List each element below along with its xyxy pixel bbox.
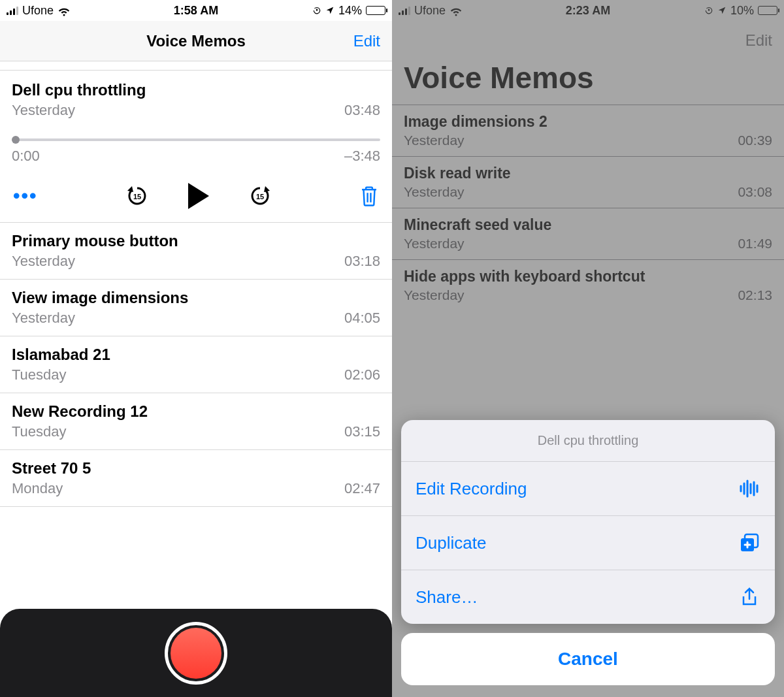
svg-text:15: 15: [133, 193, 141, 201]
memo-duration: 03:15: [344, 423, 380, 440]
duplicate-button[interactable]: Duplicate: [401, 516, 775, 570]
delete-button[interactable]: [359, 185, 379, 207]
record-button[interactable]: [165, 622, 227, 685]
skip-back-15-icon[interactable]: 15: [125, 184, 149, 208]
memo-duration: 03:48: [344, 102, 380, 119]
list-item[interactable]: Islamabad 21 Tuesday02:06: [0, 336, 392, 393]
share-icon: [738, 586, 760, 608]
sheet-item-label: Edit Recording: [416, 479, 527, 499]
memo-title: Street 70 5: [12, 459, 380, 478]
duplicate-icon: [738, 532, 760, 554]
phone-right: Ufone 2:23 AM 10% Edit Voice Memos Image…: [392, 0, 784, 697]
scrubber-handle[interactable]: [12, 136, 20, 144]
memo-title: Islamabad 21: [12, 346, 380, 364]
sheet-item-label: Duplicate: [416, 533, 486, 553]
memo-list: Dell cpu throttling Yesterday 03:48 0:00…: [0, 61, 392, 507]
list-item[interactable]: New Recording 12 Tuesday03:15: [0, 393, 392, 450]
memo-title: Primary mouse button: [12, 232, 380, 250]
battery-icon: [366, 6, 385, 15]
edit-button[interactable]: Edit: [353, 32, 380, 50]
svg-text:15: 15: [256, 193, 264, 201]
more-options-button[interactable]: •••: [13, 185, 38, 207]
list-item[interactable]: [0, 61, 392, 71]
memo-date: Tuesday: [12, 423, 67, 440]
sheet-title: Dell cpu throttling: [401, 420, 775, 462]
memo-title: New Recording 12: [12, 402, 380, 421]
cancel-label: Cancel: [558, 649, 618, 669]
skip-forward-15-icon[interactable]: 15: [248, 184, 272, 208]
status-time: 1:58 AM: [0, 4, 392, 18]
remaining-time: –3:48: [344, 148, 380, 165]
nav-bar: Voice Memos Edit: [0, 21, 392, 61]
phone-left: Ufone 1:58 AM 14% Voice Memos Edit Dell …: [0, 0, 392, 697]
expanded-memo: Dell cpu throttling Yesterday 03:48 0:00…: [0, 71, 392, 223]
play-button[interactable]: [188, 183, 209, 209]
list-item[interactable]: Primary mouse button Yesterday03:18: [0, 223, 392, 280]
memo-duration: 03:18: [344, 253, 380, 270]
sheet-item-label: Share…: [416, 587, 478, 608]
cancel-button[interactable]: Cancel: [401, 633, 775, 685]
page-title: Voice Memos: [146, 32, 246, 50]
memo-date: Yesterday: [12, 102, 75, 119]
elapsed-time: 0:00: [12, 148, 40, 165]
status-bar: Ufone 1:58 AM 14%: [0, 0, 392, 21]
memo-title: View image dimensions: [12, 289, 380, 307]
memo-date: Tuesday: [12, 366, 67, 383]
waveform-icon: [738, 478, 760, 500]
list-item[interactable]: Street 70 5 Monday02:47: [0, 450, 392, 507]
edit-recording-button[interactable]: Edit Recording: [401, 462, 775, 516]
record-bar: [0, 609, 392, 697]
memo-duration: 04:05: [344, 310, 380, 327]
action-sheet: Dell cpu throttling Edit Recording Dupli…: [401, 420, 775, 685]
memo-date: Yesterday: [12, 310, 75, 327]
list-item[interactable]: View image dimensions Yesterday04:05: [0, 280, 392, 336]
memo-date: Monday: [12, 480, 63, 497]
memo-duration: 02:06: [344, 366, 380, 383]
memo-date: Yesterday: [12, 253, 75, 270]
memo-duration: 02:47: [344, 480, 380, 497]
scrubber[interactable]: [12, 138, 380, 141]
share-button[interactable]: Share…: [401, 570, 775, 624]
memo-title[interactable]: Dell cpu throttling: [12, 81, 380, 99]
